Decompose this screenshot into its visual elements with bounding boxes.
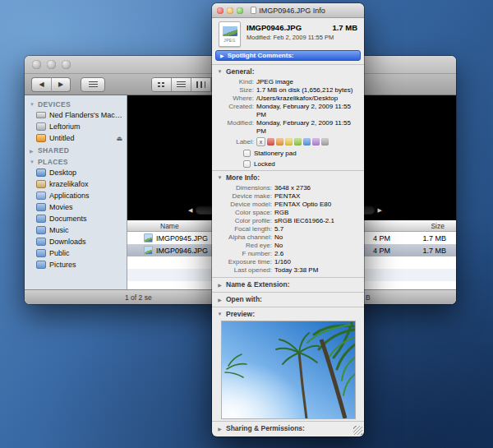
sidebar-item-desktop[interactable]: Desktop [25,167,127,178]
zoom-button[interactable] [237,7,243,14]
label-color-swatch[interactable] [267,138,274,145]
label-color-swatch[interactable] [303,138,311,145]
label-color-swatch[interactable] [294,138,302,145]
sidebar-section-label: PLACES [38,158,68,166]
minimize-button[interactable] [47,60,56,69]
sidebar-item-label: Untitled [49,134,113,142]
minimize-button[interactable] [227,7,233,14]
coverflow-left-arrow[interactable]: ◀ [188,207,192,213]
section-header-name-extension[interactable]: ▶Name & Extension: [212,279,364,290]
section-header-more-info[interactable]: ▼ More Info: [212,173,364,183]
sidebar-item-ned-flanders-s-macbook-...[interactable]: Ned Flanders's MacBook ... [25,109,127,121]
disclosure-triangle[interactable]: ▶ [217,282,223,288]
sidebar-item-leftorium[interactable]: Leftorium [25,121,127,132]
sidebar-section-shared[interactable]: ▶SHARED [25,144,127,155]
label-color-swatch[interactable] [321,138,329,145]
info-row: Red eye:No [212,242,359,250]
info-row-value: 1/160 [274,258,359,266]
info-row-value: sRGB IEC61966-2.1 [274,217,359,225]
sidebar-item-applications[interactable]: Applications [25,190,127,201]
sidebar-item-label: Public [49,249,122,257]
file-name: IMGP0946.JPG [246,23,302,32]
list-view-button[interactable] [172,78,191,91]
info-row-label: Size: [217,86,256,95]
movies-folder-icon [36,203,46,211]
zoom-button[interactable] [62,60,71,69]
section-header-sharing-permissions[interactable]: ▶ Sharing & Permissions: [212,423,364,434]
arrange-button[interactable] [81,77,105,92]
sidebar-item-public[interactable]: Public [25,247,127,259]
downloads-folder-icon [36,238,46,246]
section-label: Open with: [226,295,262,303]
checkbox-label: Locked [254,160,275,168]
sidebar-item-label: Music [49,226,122,234]
back-button[interactable]: ◀ [31,77,51,92]
close-button[interactable] [32,60,41,69]
label-color-swatch[interactable] [312,138,320,145]
column-header-name[interactable]: Name [160,222,179,230]
info-window-controls [217,7,243,14]
disclosure-triangle[interactable]: ▼ [217,312,223,316]
label-none-button[interactable]: x [256,137,265,146]
sidebar-item-music[interactable]: Music [25,224,127,236]
info-row-label: Last opened: [217,266,274,275]
general-checkboxes: Stationery padLocked [212,147,364,169]
sidebar-section-places[interactable]: ▼PLACES [25,155,127,167]
info-row-value: 5.7 [274,225,359,233]
finder-window-controls [32,60,71,69]
info-row-value: /Users/krazelikafox/Desktop [256,95,359,103]
info-row: Size:1.7 MB on disk (1,656,212 bytes) [212,86,359,95]
list-lines-icon [89,81,98,88]
column-view-button[interactable] [191,78,211,91]
disclosure-triangle[interactable]: ▼ [217,175,223,180]
window-title: IMGP0946.JPG Info [251,7,325,15]
sidebar-item-untitled[interactable]: Untitled⏏ [25,132,127,144]
section-header-open-with[interactable]: ▶Open with: [212,294,364,305]
sidebar-section-label: DEVICES [38,100,71,109]
column-header-size[interactable]: Size [431,222,445,230]
info-row-label: Color space: [217,209,274,217]
jpeg-thumbnail-icon [144,246,153,255]
disclosure-triangle[interactable]: ▶ [217,297,223,303]
window-title-text: IMGP0946.JPG Info [259,7,325,15]
disclosure-triangle[interactable]: ▼ [217,69,223,74]
info-row: Color space:RGB [212,209,359,217]
eject-icon[interactable]: ⏏ [116,135,122,142]
forward-button[interactable]: ▶ [51,77,71,92]
info-row-value: Monday, February 2, 2009 11:55 PM [256,103,359,119]
sidebar-item-documents[interactable]: Documents [25,213,127,224]
sidebar-item-pictures[interactable]: Pictures [25,259,127,270]
column-view-icon [196,81,205,88]
disclosure-triangle[interactable]: ▼ [30,102,35,107]
sidebar-item-krazelikafox[interactable]: krazelikafox [25,178,127,190]
sidebar-item-label: Downloads [49,238,122,246]
info-titlebar[interactable]: IMGP0946.JPG Info [212,3,364,18]
general-rows: Kind:JPEG imageSize:1.7 MB on disk (1,65… [212,77,364,136]
section-header-general[interactable]: ▼ General: [212,67,364,77]
info-row: F number:2.6 [212,250,359,258]
sidebar-section-devices[interactable]: ▼DEVICES [25,98,127,109]
applications-folder-icon [36,192,46,200]
desktop-folder-icon [36,169,46,177]
macbook-icon [36,112,46,118]
resize-grip[interactable] [353,426,362,435]
sidebar-item-label: Pictures [49,261,122,269]
coverflow-right-arrow[interactable]: ▶ [378,207,382,213]
file-summary: JPEG IMGP0946.JPG 1.7 MB Modified: Feb 2… [212,18,364,49]
label-color-swatch[interactable] [285,138,293,145]
disclosure-triangle[interactable]: ▶ [30,148,35,154]
close-button[interactable] [217,7,223,14]
section-header-preview[interactable]: ▼ Preview: [212,309,364,320]
disclosure-triangle[interactable]: ▼ [30,159,35,164]
checkbox-locked[interactable] [243,160,251,168]
sidebar-item-movies[interactable]: Movies [25,201,127,213]
info-row: Kind:JPEG image [212,78,359,86]
label-color-swatch[interactable] [276,138,283,145]
jpeg-file-icon: JPEG [219,21,241,47]
checkbox-stationery-pad[interactable] [243,150,251,157]
icon-view-button[interactable] [152,78,172,91]
disclosure-triangle[interactable]: ▶ [217,426,223,432]
section-header-spotlight-comments[interactable]: ▶ Spotlight Comments: [215,50,361,61]
sidebar-item-downloads[interactable]: Downloads [25,236,127,247]
disclosure-triangle[interactable]: ▶ [220,53,224,58]
